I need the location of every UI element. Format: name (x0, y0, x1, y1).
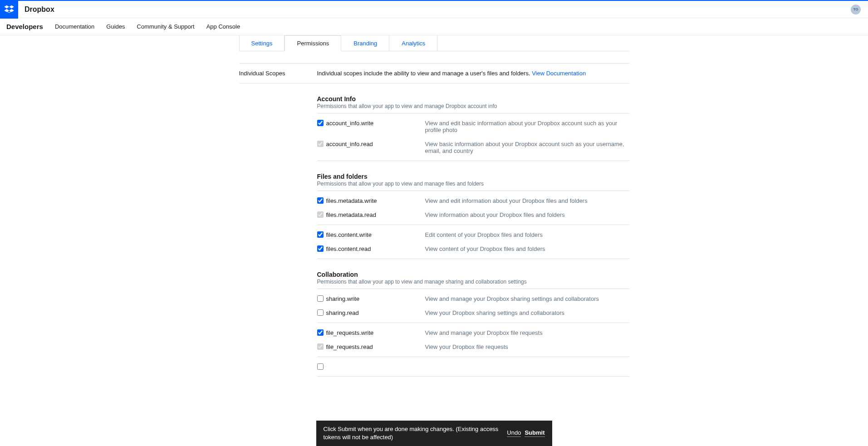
group-title: Files and folders (317, 173, 629, 180)
submit-toast: Click Submit when you are done making ch… (316, 421, 552, 446)
dropbox-icon (4, 4, 15, 15)
permission-block (317, 357, 629, 377)
permission-checkbox[interactable] (317, 309, 324, 316)
permission-description: View and edit information about your Dro… (425, 197, 629, 204)
permission-name: files.content.write (326, 231, 425, 238)
permission-description: View information about your Dropbox file… (425, 211, 629, 218)
permission-name: file_requests.write (326, 329, 425, 336)
permission-block: files.content.writeEdit content of your … (317, 225, 629, 259)
undo-button[interactable]: Undo (507, 429, 521, 437)
permission-block: files.metadata.writeView and edit inform… (317, 191, 629, 225)
permission-checkbox[interactable] (317, 363, 324, 370)
permission-description: View your Dropbox file requests (425, 343, 629, 350)
permission-name: account_info.read (326, 141, 425, 147)
nav-guides[interactable]: Guides (106, 23, 125, 30)
tabs: Settings Permissions Branding Analytics (239, 35, 629, 51)
permission-block: sharing.writeView and manage your Dropbo… (317, 289, 629, 323)
permission-checkbox[interactable] (317, 245, 324, 252)
nav-community-support[interactable]: Community & Support (137, 23, 195, 30)
permission-name: files.content.read (326, 245, 425, 252)
permission-name: files.metadata.read (326, 211, 425, 218)
tab-branding[interactable]: Branding (341, 35, 389, 51)
permission-block: file_requests.writeView and manage your … (317, 323, 629, 357)
permission-block: account_info.writeView and edit basic in… (317, 113, 629, 161)
submit-button[interactable]: Submit (525, 429, 544, 437)
permission-name: account_info.write (326, 120, 425, 127)
permission-row: files.content.writeEdit content of your … (317, 228, 629, 242)
nav-bar: Developers Documentation Guides Communit… (0, 18, 868, 35)
permissions-area: Account InfoPermissions that allow your … (317, 95, 629, 377)
permission-row (317, 360, 629, 373)
group-subtitle: Permissions that allow your app to view … (317, 279, 629, 289)
permission-row: account_info.writeView and edit basic in… (317, 116, 629, 137)
tab-analytics[interactable]: Analytics (389, 35, 437, 51)
brand-name[interactable]: Dropbox (25, 5, 54, 14)
permission-row: account_info.readView basic information … (317, 137, 629, 158)
dropbox-logo[interactable] (0, 0, 18, 19)
top-header: Dropbox TO (0, 0, 868, 18)
permission-row: sharing.readView your Dropbox sharing se… (317, 306, 629, 320)
permission-name: files.metadata.write (326, 197, 425, 204)
permission-name: sharing.read (326, 309, 425, 316)
permission-description: Edit content of your Dropbox files and f… (425, 231, 629, 238)
permission-name: sharing.write (326, 295, 425, 302)
permission-row: file_requests.writeView and manage your … (317, 326, 629, 340)
permission-group: CollaborationPermissions that allow your… (317, 271, 629, 377)
scopes-desc: Individual scopes include the ability to… (317, 70, 586, 77)
tab-settings[interactable]: Settings (239, 35, 285, 51)
permission-description: View basic information about your Dropbo… (425, 141, 629, 154)
permission-description: View content of your Dropbox files and f… (425, 245, 629, 252)
view-documentation-link[interactable]: View Documentation (532, 70, 586, 77)
nav-documentation[interactable]: Documentation (55, 23, 94, 30)
permission-description: View and edit basic information about yo… (425, 120, 629, 133)
permission-checkbox[interactable] (317, 197, 324, 204)
permission-row: file_requests.readView your Dropbox file… (317, 340, 629, 354)
group-subtitle: Permissions that allow your app to view … (317, 103, 629, 113)
toast-message: Click Submit when you are done making ch… (324, 425, 504, 441)
permission-row: files.content.readView content of your D… (317, 242, 629, 256)
permission-checkbox[interactable] (317, 329, 324, 336)
permission-group: Account InfoPermissions that allow your … (317, 95, 629, 161)
permission-description: View and manage your Dropbox sharing set… (425, 295, 629, 302)
permission-checkbox (317, 141, 324, 147)
permission-checkbox[interactable] (317, 231, 324, 238)
permission-description: View your Dropbox sharing settings and c… (425, 309, 629, 316)
nav-title[interactable]: Developers (6, 23, 43, 30)
nav-app-console[interactable]: App Console (206, 23, 240, 30)
permission-checkbox (317, 211, 324, 218)
tab-permissions[interactable]: Permissions (284, 35, 341, 51)
permission-row: files.metadata.readView information abou… (317, 208, 629, 222)
group-subtitle: Permissions that allow your app to view … (317, 181, 629, 191)
main-content: Settings Permissions Branding Analytics … (239, 35, 629, 431)
permission-checkbox[interactable] (317, 295, 324, 302)
user-avatar[interactable]: TO (851, 5, 861, 15)
permission-name: file_requests.read (326, 343, 425, 350)
permission-row: sharing.writeView and manage your Dropbo… (317, 292, 629, 306)
scopes-label: Individual Scopes (239, 70, 317, 77)
permission-row: files.metadata.writeView and edit inform… (317, 194, 629, 208)
permission-group: Files and foldersPermissions that allow … (317, 173, 629, 259)
group-title: Account Info (317, 95, 629, 103)
permission-checkbox[interactable] (317, 120, 324, 126)
permission-checkbox (317, 343, 324, 350)
individual-scopes-row: Individual Scopes Individual scopes incl… (239, 64, 629, 83)
group-title: Collaboration (317, 271, 629, 278)
permission-description: View and manage your Dropbox file reques… (425, 329, 629, 336)
